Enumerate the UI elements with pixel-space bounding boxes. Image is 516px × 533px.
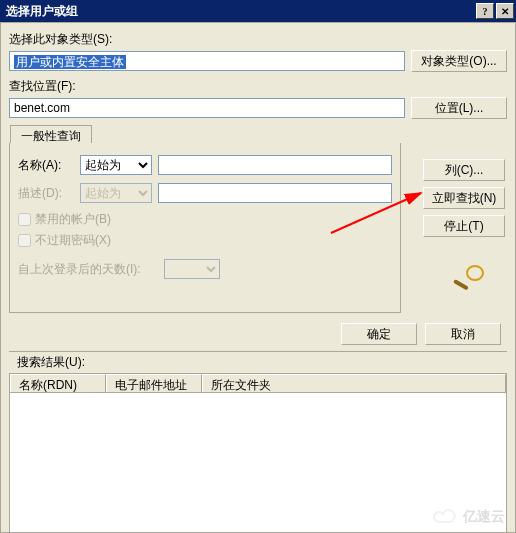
location-label: 查找位置(F): <box>9 78 507 95</box>
nonexpiring-password-checkbox: 不过期密码(X) <box>18 232 392 249</box>
object-types-button[interactable]: 对象类型(O)... <box>411 50 507 72</box>
object-type-label: 选择此对象类型(S): <box>9 31 507 48</box>
tab-general-query[interactable]: 一般性查询 <box>10 125 92 143</box>
dialog-body: 选择此对象类型(S): 用户或内置安全主体 对象类型(O)... 查找位置(F)… <box>0 22 516 533</box>
col-folder[interactable]: 所在文件夹 <box>202 374 506 392</box>
window-title: 选择用户或组 <box>2 3 474 20</box>
days-since-logon-label: 自上次登录后的天数(I): <box>18 261 158 278</box>
name-input[interactable] <box>158 155 392 175</box>
name-label: 名称(A): <box>18 157 74 174</box>
description-combo: 起始为 <box>80 183 152 203</box>
col-email[interactable]: 电子邮件地址 <box>106 374 202 392</box>
disabled-accounts-checkbox: 禁用的帐户(B) <box>18 211 392 228</box>
col-name[interactable]: 名称(RDN) <box>10 374 106 392</box>
days-since-logon-combo <box>164 259 220 279</box>
query-groupbox: 一般性查询 名称(A): 起始为 描述(D): 起始为 禁用的帐户(B) 不过期… <box>9 143 401 313</box>
locations-button[interactable]: 位置(L)... <box>411 97 507 119</box>
find-now-button[interactable]: 立即查找(N) <box>423 187 505 209</box>
description-label: 描述(D): <box>18 185 74 202</box>
location-field[interactable]: benet.com <box>9 98 405 118</box>
watermark: 亿速云 <box>431 508 505 526</box>
close-button[interactable]: ✕ <box>496 3 514 19</box>
svg-rect-2 <box>453 279 469 290</box>
results-header: 名称(RDN) 电子邮件地址 所在文件夹 <box>9 373 507 393</box>
search-icon <box>451 263 491 294</box>
titlebar: 选择用户或组 ? ✕ <box>0 0 516 22</box>
stop-button[interactable]: 停止(T) <box>423 215 505 237</box>
svg-point-1 <box>467 266 483 280</box>
ok-button[interactable]: 确定 <box>341 323 417 345</box>
help-button[interactable]: ? <box>476 3 494 19</box>
description-input[interactable] <box>158 183 392 203</box>
columns-button[interactable]: 列(C)... <box>423 159 505 181</box>
search-results-label: 搜索结果(U): <box>9 351 507 373</box>
name-combo[interactable]: 起始为 <box>80 155 152 175</box>
object-type-field[interactable]: 用户或内置安全主体 <box>9 51 405 71</box>
cancel-button[interactable]: 取消 <box>425 323 501 345</box>
